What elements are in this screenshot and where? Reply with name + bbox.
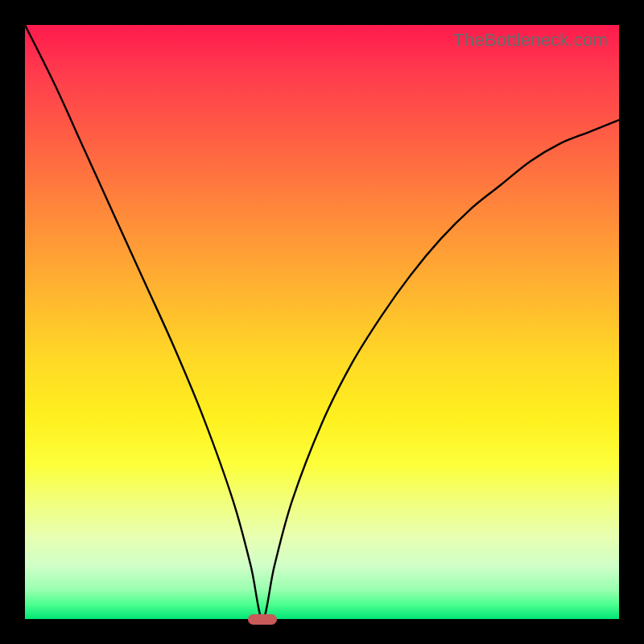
chart-frame: TheBottleneck.com xyxy=(0,0,644,644)
bottleneck-curve xyxy=(25,25,619,619)
min-marker xyxy=(248,614,277,625)
curve-layer xyxy=(25,25,619,619)
plot-area: TheBottleneck.com xyxy=(25,25,619,619)
watermark-text: TheBottleneck.com xyxy=(453,30,608,51)
